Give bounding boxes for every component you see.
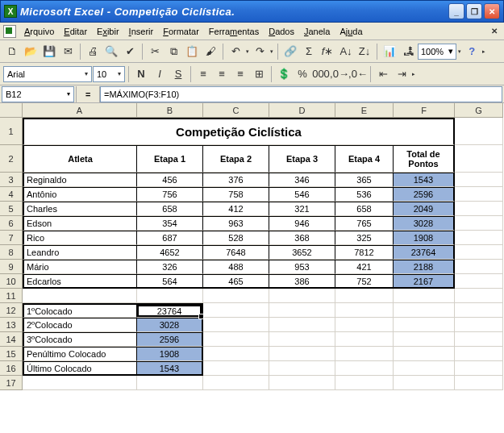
cell-G8[interactable] (455, 245, 503, 260)
col-header-A[interactable]: A (23, 103, 137, 118)
cell-C13[interactable] (203, 318, 269, 332)
cell-D11[interactable] (269, 289, 335, 303)
cell-D14[interactable] (269, 332, 335, 347)
chart-wizard-icon[interactable]: 📊 (381, 43, 398, 60)
decrease-decimal-icon[interactable]: ,0← (349, 65, 367, 83)
cell-F14[interactable] (394, 332, 455, 347)
cell-F6[interactable]: 3028 (394, 216, 455, 231)
cell-C9[interactable]: 488 (203, 260, 269, 274)
cell-G16[interactable] (455, 361, 503, 376)
mail-icon[interactable]: ✉ (59, 43, 77, 60)
cell-F8[interactable]: 23764 (394, 245, 455, 260)
col-header-E[interactable]: E (335, 103, 394, 118)
cell-A9[interactable]: Mário (23, 260, 137, 274)
paste-icon[interactable]: 📋 (183, 43, 201, 60)
zoom-combo[interactable]: 100%▾ (418, 44, 456, 60)
hdr-atleta[interactable]: Atleta (23, 145, 137, 173)
row-header-2[interactable]: 2 (0, 145, 23, 173)
row-header-5[interactable]: 5 (0, 202, 23, 216)
cell-E11[interactable] (335, 289, 394, 303)
menu-formatar[interactable]: Formatar (158, 25, 204, 38)
cell-E6[interactable]: 765 (335, 216, 394, 231)
print-preview-icon[interactable]: 🔍 (102, 43, 120, 60)
percent-icon[interactable]: % (294, 65, 311, 83)
cell-G1[interactable] (455, 118, 503, 145)
cell-D6[interactable]: 946 (269, 216, 335, 231)
cell-C3[interactable]: 376 (203, 173, 269, 187)
cell-F3[interactable]: 1543 (394, 173, 455, 187)
cell-G9[interactable] (455, 260, 503, 274)
row-header-7[interactable]: 7 (0, 231, 23, 245)
cell-E7[interactable]: 325 (335, 231, 394, 245)
menu-editar[interactable]: Editar (59, 25, 92, 38)
cell-B9[interactable]: 326 (137, 260, 203, 274)
align-left-icon[interactable]: ≡ (194, 65, 212, 83)
drawing-icon[interactable]: 🏞 (399, 43, 417, 60)
cell-D4[interactable]: 546 (269, 187, 335, 202)
row-header-4[interactable]: 4 (0, 187, 23, 202)
align-center-icon[interactable]: ≡ (213, 65, 231, 83)
row-header-14[interactable]: 14 (0, 332, 23, 347)
cell-A15[interactable]: Penúltimo Colocado (23, 347, 137, 361)
cell-D9[interactable]: 953 (269, 260, 335, 274)
cell-D8[interactable]: 3652 (269, 245, 335, 260)
cell-D7[interactable]: 368 (269, 231, 335, 245)
cell-C12[interactable] (203, 303, 269, 318)
sort-asc-icon[interactable]: A↓ (337, 43, 355, 60)
cell-F10[interactable]: 2167 (394, 274, 455, 289)
undo-icon[interactable]: ↶ (227, 43, 244, 60)
hyperlink-icon[interactable]: 🔗 (281, 43, 299, 60)
row-header-8[interactable]: 8 (0, 245, 23, 260)
select-all-corner[interactable] (0, 103, 23, 118)
cell-E10[interactable]: 752 (335, 274, 394, 289)
cell-E14[interactable] (335, 332, 394, 347)
cell-F17[interactable] (394, 376, 455, 390)
cell-F7[interactable]: 1908 (394, 231, 455, 245)
cell-F4[interactable]: 2596 (394, 187, 455, 202)
cell-D12[interactable] (269, 303, 335, 318)
cell-C4[interactable]: 758 (203, 187, 269, 202)
cell-A12[interactable]: 1ºColocado (23, 303, 137, 318)
cell-A13[interactable]: 2ºColocado (23, 318, 137, 332)
cell-B17[interactable] (137, 376, 203, 390)
copy-icon[interactable]: ⧉ (165, 43, 182, 60)
menu-dados[interactable]: Dados (264, 25, 299, 38)
worksheet-area[interactable]: A B C D E F G 1 Competição Ciclística 2 … (0, 103, 504, 433)
row-header-3[interactable]: 3 (0, 173, 23, 187)
close-button[interactable]: ✕ (484, 3, 500, 19)
minimize-button[interactable]: _ (448, 3, 464, 19)
cell-F16[interactable] (394, 361, 455, 376)
cell-D3[interactable]: 346 (269, 173, 335, 187)
cell-C6[interactable]: 963 (203, 216, 269, 231)
cell-D13[interactable] (269, 318, 335, 332)
cell-C7[interactable]: 528 (203, 231, 269, 245)
increase-decimal-icon[interactable]: ,0→ (331, 65, 348, 83)
cell-G10[interactable] (455, 274, 503, 289)
cell-E8[interactable]: 7812 (335, 245, 394, 260)
cell-D15[interactable] (269, 347, 335, 361)
italic-icon[interactable]: I (151, 65, 169, 83)
cell-B14[interactable]: 2596 (137, 332, 203, 347)
row-header-9[interactable]: 9 (0, 260, 23, 274)
redo-icon[interactable]: ↷ (251, 43, 269, 60)
row-header-15[interactable]: 15 (0, 347, 23, 361)
cell-F11[interactable] (394, 289, 455, 303)
cell-G17[interactable] (455, 376, 503, 390)
increase-indent-icon[interactable]: ⇥ (393, 65, 410, 83)
col-header-C[interactable]: C (203, 103, 269, 118)
cell-E17[interactable] (335, 376, 394, 390)
bold-icon[interactable]: N (132, 65, 150, 83)
comma-icon[interactable]: 000 (312, 65, 330, 83)
sort-desc-icon[interactable]: Z↓ (356, 43, 373, 60)
fontsize-combo[interactable]: 10▾ (93, 66, 125, 82)
cell-A8[interactable]: Leandro (23, 245, 137, 260)
merge-center-icon[interactable]: ⊞ (250, 65, 268, 83)
table-title[interactable]: Competição Ciclística (23, 118, 455, 145)
cell-B3[interactable]: 456 (137, 173, 203, 187)
cell-B6[interactable]: 354 (137, 216, 203, 231)
workbook-close-button[interactable]: ✕ (488, 26, 501, 37)
print-icon[interactable]: 🖨 (84, 43, 102, 60)
cell-D17[interactable] (269, 376, 335, 390)
cell-B7[interactable]: 687 (137, 231, 203, 245)
cell-E4[interactable]: 536 (335, 187, 394, 202)
